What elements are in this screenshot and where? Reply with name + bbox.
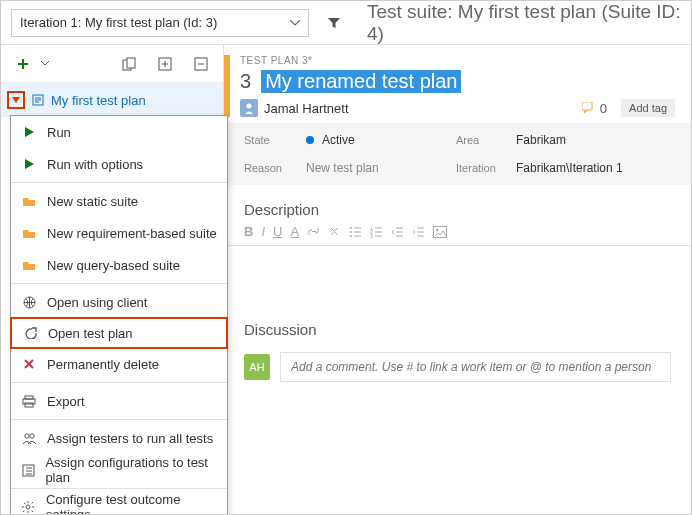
new-item-button[interactable]	[11, 52, 35, 76]
folder-icon	[21, 193, 37, 209]
ctx-assign-configs[interactable]: Assign configurations to test plan	[11, 454, 227, 486]
bullet-list-icon[interactable]	[349, 225, 362, 238]
editor-toolbar: B I U A 123	[224, 224, 691, 245]
print-icon	[21, 393, 37, 409]
svg-point-9	[350, 235, 352, 237]
add-tag-button[interactable]: Add tag	[621, 99, 675, 117]
suite-title: Test suite: My first test plan (Suite ID…	[349, 1, 691, 45]
svg-text:3: 3	[370, 233, 373, 238]
tree-root-item[interactable]: My first test plan	[1, 83, 223, 117]
svg-point-22	[26, 505, 30, 509]
svg-rect-1	[127, 58, 135, 68]
assignee-avatar	[240, 99, 258, 117]
reason-label: Reason	[244, 162, 306, 174]
test-plan-icon	[31, 93, 45, 107]
svg-rect-6	[582, 102, 592, 110]
folder-icon	[21, 257, 37, 273]
filter-icon	[327, 16, 341, 30]
image-icon[interactable]	[433, 226, 447, 238]
play-icon	[21, 156, 37, 172]
bold-icon[interactable]: B	[244, 224, 253, 239]
globe-icon	[21, 294, 37, 310]
svg-point-8	[350, 231, 352, 233]
expand-button[interactable]	[153, 52, 177, 76]
svg-point-5	[247, 104, 252, 109]
svg-point-19	[25, 433, 29, 437]
expand-plus-icon	[158, 57, 172, 71]
config-icon	[21, 462, 35, 478]
ctx-assign-testers[interactable]: Assign testers to run all tests	[11, 422, 227, 454]
assignee-name[interactable]: Jamal Hartnett	[264, 101, 349, 116]
svg-point-20	[30, 433, 34, 437]
delete-x-icon	[21, 356, 37, 372]
chevron-down-icon[interactable]	[41, 61, 49, 66]
clone-button[interactable]	[117, 52, 141, 76]
discussion-heading: Discussion	[224, 305, 691, 344]
state-field[interactable]: Active	[306, 133, 456, 147]
work-item-title-input[interactable]: My renamed test plan	[261, 70, 461, 93]
current-user-avatar: AH	[244, 354, 270, 380]
area-label: Area	[456, 134, 516, 146]
ctx-run-with-options[interactable]: Run with options	[11, 148, 227, 180]
underline-icon[interactable]: U	[273, 224, 282, 239]
tree-root-label: My first test plan	[51, 93, 146, 108]
area-field[interactable]: Fabrikam	[516, 133, 671, 147]
comment-count: 0	[600, 101, 607, 116]
font-color-icon[interactable]: A	[290, 224, 299, 239]
number-list-icon[interactable]: 123	[370, 225, 383, 238]
work-item-type-label: TEST PLAN 3*	[240, 55, 675, 66]
clone-icon	[122, 57, 136, 71]
context-menu-caret[interactable]	[7, 91, 25, 109]
plus-icon	[16, 57, 30, 71]
link-icon[interactable]	[307, 225, 320, 238]
ctx-new-requirement-suite[interactable]: New requirement-based suite	[11, 217, 227, 249]
svg-point-14	[436, 228, 438, 230]
ctx-new-static-suite[interactable]: New static suite	[11, 185, 227, 217]
testers-icon	[21, 430, 37, 446]
context-menu: Run Run with options New static suite Ne…	[10, 115, 228, 515]
ctx-permanently-delete[interactable]: Permanently delete	[11, 348, 227, 380]
indent-icon[interactable]	[412, 225, 425, 238]
gear-icon	[21, 499, 36, 515]
iteration-dropdown[interactable]: Iteration 1: My first test plan (Id: 3)	[11, 9, 309, 37]
folder-icon	[21, 225, 37, 241]
description-editor[interactable]	[224, 245, 691, 305]
ctx-new-query-suite[interactable]: New query-based suite	[11, 249, 227, 281]
iteration-dropdown-label: Iteration 1: My first test plan (Id: 3)	[20, 15, 217, 30]
discussion-icon[interactable]	[582, 102, 596, 114]
svg-point-7	[350, 227, 352, 229]
work-item-id: 3	[240, 70, 251, 93]
description-heading: Description	[224, 185, 691, 224]
outdent-icon[interactable]	[391, 225, 404, 238]
play-icon	[21, 124, 37, 140]
collapse-minus-icon	[194, 57, 208, 71]
ctx-open-using-client[interactable]: Open using client	[11, 286, 227, 318]
filter-button[interactable]	[327, 16, 341, 30]
collapse-button[interactable]	[189, 52, 213, 76]
state-label: State	[244, 134, 306, 146]
clear-format-icon[interactable]	[328, 225, 341, 238]
details-section: State Active Area Fabrikam Reason New te…	[224, 123, 691, 185]
open-arrow-icon	[22, 325, 38, 341]
ctx-open-test-plan[interactable]: Open test plan	[10, 317, 228, 349]
ctx-run[interactable]: Run	[11, 116, 227, 148]
italic-icon[interactable]: I	[261, 224, 265, 239]
state-dot-icon	[306, 136, 314, 144]
reason-field[interactable]: New test plan	[306, 161, 456, 175]
chevron-down-icon	[290, 20, 300, 26]
iteration-field[interactable]: Fabrikam\Iteration 1	[516, 161, 671, 175]
ctx-export[interactable]: Export	[11, 385, 227, 417]
iteration-label: Iteration	[456, 162, 516, 174]
work-item-color-bar	[224, 55, 230, 117]
ctx-configure-outcome[interactable]: Configure test outcome settings	[11, 491, 227, 515]
discussion-input[interactable]	[280, 352, 671, 382]
